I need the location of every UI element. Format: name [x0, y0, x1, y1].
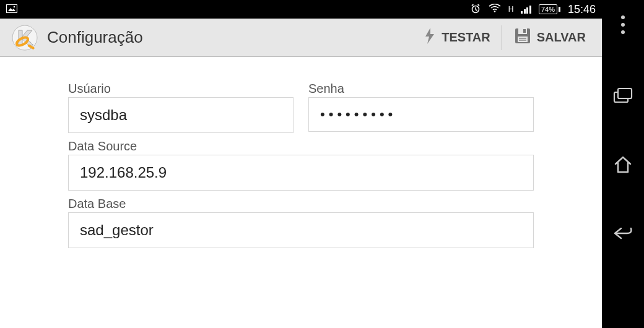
android-status-bar: H 74% 15:46 [0, 0, 602, 19]
svg-line-6 [472, 4, 474, 6]
battery-percent: 74% [539, 4, 557, 14]
password-label: Senha [308, 82, 534, 96]
test-button[interactable]: TESTAR [417, 23, 497, 52]
user-input[interactable] [68, 97, 294, 133]
menu-dots-icon[interactable] [621, 15, 625, 34]
password-input[interactable] [308, 97, 534, 132]
config-form: Usúario Senha Data Source Data Base [0, 57, 602, 328]
test-button-label: TESTAR [442, 30, 490, 45]
app-logo-icon [10, 23, 40, 53]
back-button[interactable] [612, 226, 633, 243]
svg-line-7 [477, 4, 479, 6]
lightning-icon [423, 27, 437, 48]
user-label: Usúario [68, 82, 294, 96]
database-input[interactable] [68, 212, 534, 248]
toolbar-divider [502, 25, 502, 50]
recent-apps-button[interactable] [613, 87, 633, 106]
svg-point-2 [14, 6, 15, 7]
app-toolbar: Configuração TESTAR [0, 19, 602, 57]
picture-icon [6, 4, 17, 15]
svg-marker-1 [8, 8, 15, 11]
datasource-input[interactable] [68, 155, 534, 191]
database-label: Data Base [68, 197, 534, 211]
alarm-icon [470, 4, 481, 15]
battery-icon: 74% [539, 4, 560, 14]
svg-rect-21 [618, 88, 632, 98]
status-time: 15:46 [568, 3, 596, 16]
android-nav-bar [602, 0, 644, 328]
save-icon [513, 27, 532, 48]
save-button-label: SALVAR [537, 30, 586, 45]
home-button[interactable] [613, 155, 633, 176]
svg-rect-0 [7, 4, 17, 12]
svg-marker-13 [425, 28, 434, 44]
svg-line-5 [476, 9, 477, 11]
save-button[interactable]: SALVAR [507, 23, 592, 52]
network-type-label: H [508, 5, 514, 14]
svg-rect-16 [523, 29, 526, 33]
svg-rect-9 [559, 7, 560, 12]
page-title: Configuração [47, 28, 143, 47]
datasource-label: Data Source [68, 139, 534, 153]
svg-rect-17 [518, 37, 528, 42]
signal-icon [521, 5, 531, 14]
wifi-icon [489, 4, 501, 15]
svg-point-8 [494, 11, 495, 12]
